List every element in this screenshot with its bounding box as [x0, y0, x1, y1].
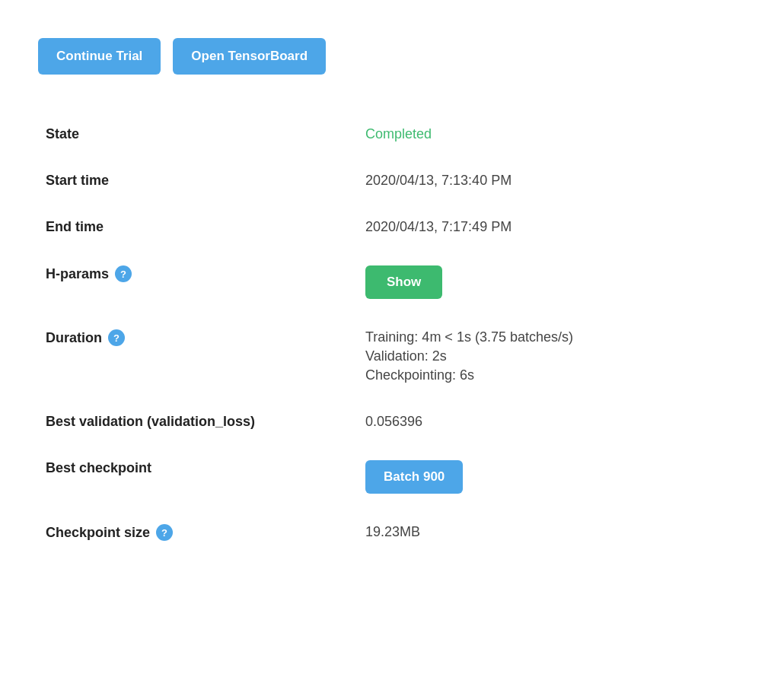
best-checkpoint-label: Best checkpoint [38, 445, 358, 509]
start-time-label: Start time [38, 157, 358, 204]
best-validation-row: Best validation (validation_loss) 0.0563… [38, 399, 746, 445]
best-checkpoint-button[interactable]: Batch 900 [365, 460, 463, 494]
open-tensorboard-button[interactable]: Open TensorBoard [173, 38, 326, 75]
best-validation-value: 0.056396 [358, 399, 746, 445]
duration-checkpointing: Checkpointing: 6s [365, 367, 738, 383]
checkpoint-size-label: Checkpoint size ? [38, 509, 358, 556]
checkpoint-size-row: Checkpoint size ? 19.23MB [38, 509, 746, 556]
state-row: State Completed [38, 111, 746, 157]
hparams-label: H-params ? [38, 250, 358, 314]
end-time-label: End time [38, 204, 358, 250]
state-label: State [38, 111, 358, 157]
hparams-help-icon[interactable]: ? [115, 265, 132, 282]
hparams-label-text: H-params [46, 266, 109, 282]
end-time-row: End time 2020/04/13, 7:17:49 PM [38, 204, 746, 250]
start-time-value: 2020/04/13, 7:13:40 PM [358, 157, 746, 204]
duration-label-text: Duration [46, 330, 102, 346]
continue-trial-button[interactable]: Continue Trial [38, 38, 161, 75]
end-time-value: 2020/04/13, 7:17:49 PM [358, 204, 746, 250]
duration-validation: Validation: 2s [365, 348, 738, 364]
checkpoint-size-label-text: Checkpoint size [46, 525, 150, 541]
duration-help-icon[interactable]: ? [108, 329, 125, 346]
best-checkpoint-button-cell: Batch 900 [358, 445, 746, 509]
best-validation-label: Best validation (validation_loss) [38, 399, 358, 445]
hparams-show-button[interactable]: Show [365, 265, 442, 299]
checkpoint-size-value: 19.23MB [358, 509, 746, 556]
state-value: Completed [358, 111, 746, 157]
start-time-row: Start time 2020/04/13, 7:13:40 PM [38, 157, 746, 204]
best-checkpoint-row: Best checkpoint Batch 900 [38, 445, 746, 509]
hparams-row: H-params ? Show [38, 250, 746, 314]
toolbar: Continue Trial Open TensorBoard [38, 38, 746, 75]
duration-value: Training: 4m < 1s (3.75 batches/s) Valid… [358, 314, 746, 399]
duration-row: Duration ? Training: 4m < 1s (3.75 batch… [38, 314, 746, 399]
checkpoint-size-help-icon[interactable]: ? [156, 524, 173, 541]
hparams-show-cell: Show [358, 250, 746, 314]
duration-training: Training: 4m < 1s (3.75 batches/s) [365, 329, 738, 345]
duration-label: Duration ? [38, 314, 358, 399]
state-completed-badge: Completed [365, 126, 432, 141]
info-table: State Completed Start time 2020/04/13, 7… [38, 111, 746, 556]
